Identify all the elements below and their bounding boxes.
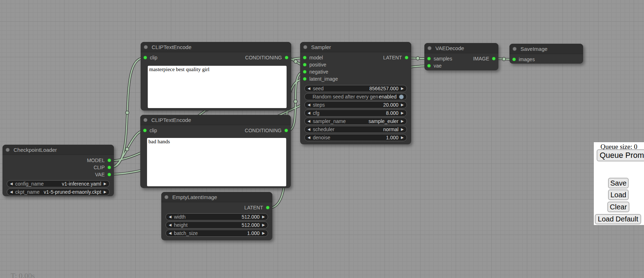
node-vaedecode[interactable]: VAEDecode samples IMAGE vae	[424, 43, 498, 70]
decrement-arrow-icon[interactable]: ◀	[169, 223, 172, 227]
collapse-dot-icon[interactable]	[164, 195, 168, 199]
increment-arrow-icon[interactable]: ▶	[104, 190, 106, 194]
widget-config-name[interactable]: ◀ config_name v1-inference.yaml ▶	[7, 180, 110, 187]
input-port-vae[interactable]	[427, 64, 431, 68]
input-label: positive	[309, 62, 326, 68]
output-label: CLIP	[94, 165, 105, 170]
node-title: Sampler	[311, 44, 331, 50]
toggle-indicator-icon[interactable]	[399, 95, 404, 99]
decrement-arrow-icon[interactable]: ◀	[308, 128, 310, 131]
increment-arrow-icon[interactable]: ▶	[401, 119, 404, 123]
output-label: LATENT	[244, 205, 263, 210]
output-port-conditioning[interactable]	[285, 56, 288, 59]
decrement-arrow-icon[interactable]: ◀	[308, 103, 310, 107]
node-checkpointloader[interactable]: CheckpointLoader MODEL CLIP VAE ◀ config…	[2, 145, 114, 196]
increment-arrow-icon[interactable]: ▶	[401, 111, 404, 115]
node-title-bar[interactable]: EmptyLatentImage	[161, 192, 272, 202]
output-port-conditioning[interactable]	[284, 129, 288, 132]
widget-width[interactable]: ◀ width 512.000 ▶	[166, 213, 268, 220]
collapse-dot-icon[interactable]	[143, 118, 147, 122]
node-saveimage[interactable]: SaveImage images	[509, 44, 583, 64]
increment-arrow-icon[interactable]: ▶	[262, 223, 265, 227]
widget-seed[interactable]: ◀ seed 8566257.000 ▶	[304, 85, 407, 92]
output-label: LATENT	[383, 55, 402, 60]
save-button[interactable]: Save	[608, 178, 629, 188]
widget-value: sample_euler	[368, 118, 398, 124]
decrement-arrow-icon[interactable]: ◀	[308, 119, 310, 123]
increment-arrow-icon[interactable]: ▶	[401, 87, 404, 90]
widget-cfg[interactable]: ◀ cfg 8.000 ▶	[304, 109, 407, 117]
node-title-bar[interactable]: CheckpointLoader	[2, 145, 114, 155]
collapse-dot-icon[interactable]	[303, 45, 307, 49]
widget-sampler-name[interactable]: ◀ sampler_name sample_euler ▶	[304, 118, 407, 125]
node-cliptextencode-positive[interactable]: CLIPTextEncode clip CONDITIONING masterp…	[141, 42, 291, 111]
clear-button[interactable]: Clear	[607, 202, 629, 212]
collapse-dot-icon[interactable]	[513, 47, 517, 51]
comfyui-graph-canvas[interactable]: { "canvas": { "timer_text": "T: 0.00s" }…	[0, 0, 644, 278]
input-port-positive[interactable]	[303, 63, 307, 66]
execution-timer-label: T: 0.00s	[11, 272, 35, 278]
input-label: latent_image	[309, 76, 338, 82]
input-port-negative[interactable]	[303, 70, 307, 74]
decrement-arrow-icon[interactable]: ◀	[10, 190, 13, 194]
load-default-button[interactable]: Load Default	[595, 214, 641, 224]
widget-value: 512.000	[242, 222, 260, 228]
input-port-samples[interactable]	[427, 57, 431, 60]
widget-label: config_name	[15, 181, 62, 187]
decrement-arrow-icon[interactable]: ◀	[308, 136, 310, 139]
collapse-dot-icon[interactable]	[428, 46, 431, 50]
increment-arrow-icon[interactable]: ▶	[262, 231, 265, 235]
decrement-arrow-icon[interactable]: ◀	[169, 231, 172, 235]
increment-arrow-icon[interactable]: ▶	[401, 103, 404, 107]
widget-denoise[interactable]: ◀ denoise 1.000 ▶	[304, 134, 407, 141]
widget-label: ckpt_name	[15, 189, 44, 195]
widget-scheduler[interactable]: ◀ scheduler normal ▶	[304, 126, 407, 133]
output-port-latent[interactable]	[266, 206, 269, 209]
decrement-arrow-icon[interactable]: ◀	[10, 182, 13, 186]
widget-random-seed-toggle[interactable]: Random seed after every gen enabled	[304, 93, 407, 100]
decrement-arrow-icon[interactable]: ◀	[308, 111, 310, 115]
output-port-clip[interactable]	[108, 166, 111, 169]
negative-prompt-textarea[interactable]: bad hands	[147, 138, 286, 186]
input-port-clip[interactable]	[143, 56, 147, 59]
decrement-arrow-icon[interactable]: ◀	[308, 87, 310, 90]
input-label: samples	[434, 56, 452, 62]
widget-label: scheduler	[313, 127, 383, 132]
decrement-arrow-icon[interactable]: ◀	[169, 215, 172, 219]
widget-label: steps	[313, 102, 383, 108]
node-title-bar[interactable]: VAEDecode	[424, 43, 498, 53]
node-title-bar[interactable]: CLIPTextEncode	[141, 42, 291, 52]
positive-prompt-textarea[interactable]: masterpiece best quality girl	[148, 66, 287, 108]
input-label: clip	[150, 55, 157, 60]
node-sampler[interactable]: Sampler model LATENT positive negative l…	[300, 42, 411, 144]
widget-ckpt-name[interactable]: ◀ ckpt_name v1-5-pruned-emaonly.ckpt ▶	[7, 188, 110, 196]
collapse-dot-icon[interactable]	[144, 45, 148, 49]
load-button[interactable]: Load	[608, 189, 629, 200]
increment-arrow-icon[interactable]: ▶	[401, 128, 404, 131]
increment-arrow-icon[interactable]: ▶	[262, 215, 265, 219]
queue-prompt-button[interactable]: Queue Prompt	[597, 149, 644, 161]
output-port-vae[interactable]	[108, 173, 111, 176]
increment-arrow-icon[interactable]: ▶	[401, 136, 404, 139]
widget-batch-size[interactable]: ◀ batch_size 1.000 ▶	[166, 230, 268, 237]
queue-menu-panel: Queue size: 0 Queue Prompt Save Load Cle…	[594, 142, 644, 225]
node-title-bar[interactable]: Sampler	[300, 42, 411, 52]
increment-arrow-icon[interactable]: ▶	[104, 182, 106, 186]
collapse-dot-icon[interactable]	[6, 148, 10, 152]
input-port-latent-image[interactable]	[303, 77, 307, 81]
widget-steps[interactable]: ◀ steps 20.000 ▶	[304, 101, 407, 108]
output-port-image[interactable]	[492, 57, 496, 60]
widget-value: 1.000	[386, 135, 398, 140]
node-cliptextencode-negative[interactable]: CLIPTextEncode clip CONDITIONING bad han…	[140, 115, 291, 188]
node-emptylatentimage[interactable]: EmptyLatentImage LATENT ◀ width 512.000 …	[161, 192, 272, 240]
input-port-images[interactable]	[512, 58, 516, 61]
widget-value: v1-inference.yaml	[62, 181, 101, 187]
output-port-model[interactable]	[108, 159, 111, 162]
input-port-clip[interactable]	[143, 129, 147, 132]
widget-value: 8.000	[386, 110, 398, 116]
input-port-model[interactable]	[303, 56, 307, 59]
widget-height[interactable]: ◀ height 512.000 ▶	[166, 221, 268, 229]
node-title-bar[interactable]: CLIPTextEncode	[140, 115, 291, 125]
node-title-bar[interactable]: SaveImage	[509, 44, 583, 54]
output-port-latent[interactable]	[405, 56, 408, 59]
